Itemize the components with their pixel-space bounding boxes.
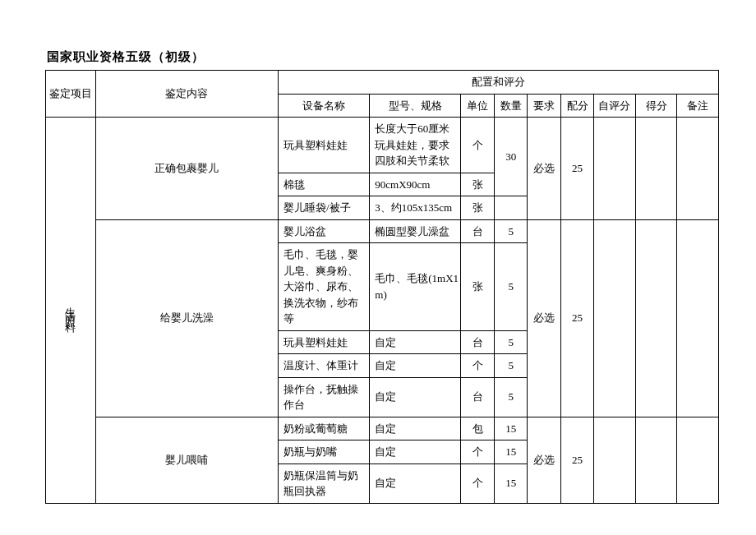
spec-cell: 自定	[370, 464, 461, 503]
header-get: 得分	[635, 94, 677, 118]
qty-cell: 5	[494, 354, 527, 378]
unit-cell: 台	[461, 377, 494, 417]
equip-cell: 玩具塑料娃娃	[279, 330, 370, 354]
table-row: 给婴儿洗澡 婴儿浴盆 椭圆型婴儿澡盆 台 5 必选 25	[46, 219, 719, 243]
score-cell: 25	[560, 417, 593, 503]
equip-cell: 奶瓶与奶嘴	[279, 440, 370, 464]
unit-cell: 台	[461, 330, 494, 354]
qty-cell: 30	[494, 118, 527, 196]
spec-cell: 自定	[370, 440, 461, 464]
unit-cell: 个	[461, 118, 494, 173]
note-cell	[677, 417, 719, 503]
table-row: 婴儿喂哺 奶粉或葡萄糖 自定 包 15 必选 25	[46, 417, 719, 440]
header-self: 自评分	[594, 94, 636, 118]
qty-cell: 15	[494, 464, 527, 503]
equip-cell: 温度计、体重计	[279, 354, 370, 378]
qty-cell: 15	[494, 440, 527, 464]
equip-cell: 奶瓶保温筒与奶瓶回执器	[279, 464, 370, 503]
unit-cell: 包	[461, 417, 494, 440]
equip-cell: 玩具塑料娃娃	[279, 118, 370, 173]
header-unit: 单位	[461, 94, 494, 118]
table-row: 生活照料 正确包裹婴儿 玩具塑料娃娃 长度大于60厘米玩具娃娃，要求四肢和关节柔…	[46, 118, 719, 173]
note-cell	[677, 118, 719, 220]
header-qty: 数量	[494, 94, 527, 118]
equip-cell: 奶粉或葡萄糖	[279, 417, 370, 440]
self-cell	[594, 118, 636, 220]
header-project: 鉴定项目	[46, 71, 96, 118]
qty-cell: 5	[494, 377, 527, 417]
score-cell: 25	[560, 219, 593, 417]
content-cell: 正确包裹婴儿	[95, 118, 278, 220]
unit-cell: 张	[461, 173, 494, 196]
self-cell	[594, 219, 636, 417]
header-note: 备注	[677, 94, 719, 118]
unit-cell: 个	[461, 464, 494, 503]
spec-cell: 自定	[370, 417, 461, 440]
qty-cell: 5	[494, 243, 527, 331]
header-spec: 型号、规格	[370, 94, 461, 118]
req-cell: 必选	[528, 417, 560, 503]
content-cell: 婴儿喂哺	[95, 417, 278, 503]
project-cell: 生活照料	[46, 118, 96, 504]
equip-cell: 操作台，抚触操作台	[279, 377, 370, 417]
equip-cell: 婴儿浴盆	[279, 219, 370, 243]
unit-cell: 台	[461, 219, 494, 243]
unit-cell: 个	[461, 354, 494, 378]
score-cell: 25	[560, 118, 593, 220]
get-cell	[635, 417, 677, 503]
get-cell	[635, 219, 677, 417]
note-cell	[677, 219, 719, 417]
assessment-table: 鉴定项目 鉴定内容 配置和评分 设备名称 型号、规格 单位 数量 要求 配分 自…	[45, 70, 719, 504]
qty-cell: 5	[494, 219, 527, 243]
req-cell: 必选	[528, 219, 560, 417]
header-row-1: 鉴定项目 鉴定内容 配置和评分	[46, 71, 719, 95]
spec-cell: 毛巾、毛毯(1mX1m)	[370, 243, 461, 331]
req-cell: 必选	[528, 118, 560, 220]
unit-cell: 个	[461, 440, 494, 464]
header-config: 配置和评分	[279, 71, 719, 95]
unit-cell: 张	[461, 196, 494, 220]
spec-cell: 自定	[370, 330, 461, 354]
qty-cell: 5	[494, 330, 527, 354]
spec-cell: 3、约105x135cm	[370, 196, 461, 220]
equip-cell: 毛巾、毛毯，婴儿皂、爽身粉、大浴巾、尿布、换洗衣物，纱布等	[279, 243, 370, 331]
spec-cell: 90cmX90cm	[370, 173, 461, 196]
page-title: 国家职业资格五级（初级）	[47, 49, 719, 65]
spec-cell: 自定	[370, 377, 461, 417]
header-equip: 设备名称	[279, 94, 370, 118]
header-content: 鉴定内容	[95, 71, 278, 118]
header-req: 要求	[528, 94, 560, 118]
header-score: 配分	[560, 94, 593, 118]
qty-cell	[494, 196, 527, 220]
spec-cell: 自定	[370, 354, 461, 378]
equip-cell: 棉毯	[279, 173, 370, 196]
equip-cell: 婴儿睡袋/被子	[279, 196, 370, 220]
spec-cell: 长度大于60厘米玩具娃娃，要求四肢和关节柔软	[370, 118, 461, 173]
content-cell: 给婴儿洗澡	[95, 219, 278, 417]
unit-cell: 张	[461, 243, 494, 331]
get-cell	[635, 118, 677, 220]
spec-cell: 椭圆型婴儿澡盆	[370, 219, 461, 243]
qty-cell: 15	[494, 417, 527, 440]
self-cell	[594, 417, 636, 503]
